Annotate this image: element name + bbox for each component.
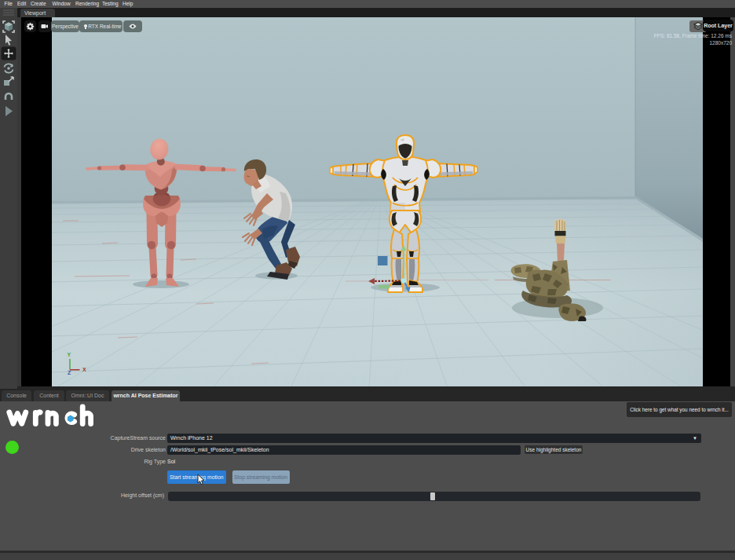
svg-text:X: X — [82, 367, 86, 372]
svg-text:Z: Z — [68, 370, 71, 375]
svg-text:Y: Y — [68, 352, 71, 357]
